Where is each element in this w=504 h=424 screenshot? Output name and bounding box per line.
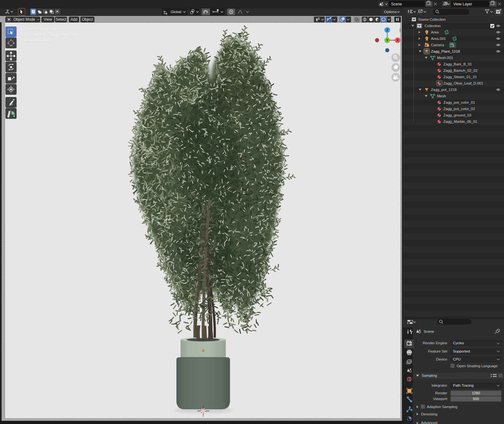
- svg-text:Options: Options: [384, 10, 397, 14]
- svg-text:Global: Global: [171, 10, 181, 14]
- svg-text:Z: Z: [386, 28, 389, 32]
- svg-text:X: X: [397, 38, 399, 42]
- svg-text:Y: Y: [386, 38, 389, 42]
